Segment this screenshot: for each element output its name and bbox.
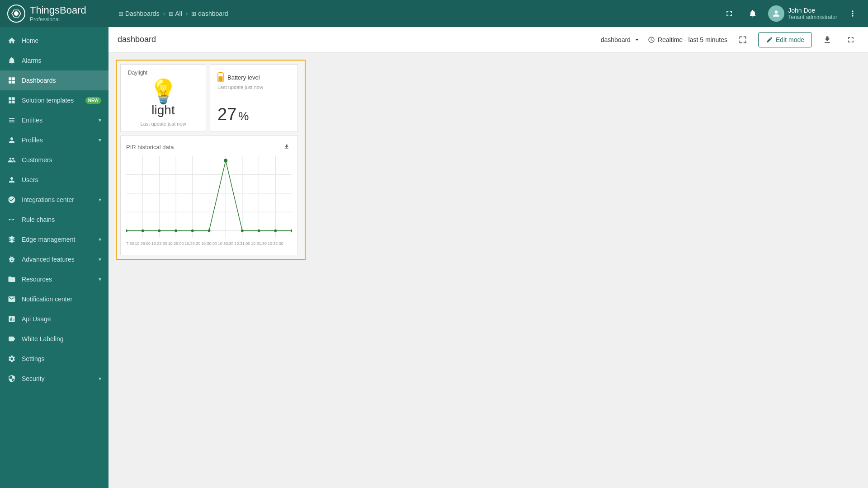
sidebar: Home Alarms Dashboards Solution template… (0, 27, 108, 488)
user-details: John Doe Tenant administrator (788, 7, 837, 20)
content-area: dashboard dashboard Realtime - last 5 mi… (108, 27, 868, 488)
breadcrumb-sep-1: › (163, 10, 165, 17)
daylight-last-update: Last update just now (141, 121, 186, 127)
sidebar-item-api-usage[interactable]: Api Usage (0, 309, 108, 329)
svg-text:10:32:00: 10:32:00 (268, 241, 283, 245)
dashboard-selector-label: dashboard (601, 36, 631, 43)
rule-chains-icon (7, 215, 16, 224)
secondary-header: dashboard dashboard Realtime - last 5 mi… (108, 27, 868, 52)
pir-header: PIR historical data (126, 141, 292, 152)
sidebar-label-entities: Entities (22, 117, 93, 124)
widget-battery: Battery level Last update just now 27 % (210, 64, 298, 132)
security-icon (7, 374, 16, 383)
white-labeling-icon (7, 334, 16, 343)
sidebar-item-entities[interactable]: Entities ▾ (0, 110, 108, 130)
sidebar-label-security: Security (22, 375, 93, 382)
top-header: ThingsBoard Professional ⊞ Dashboards › … (0, 0, 868, 27)
customers-icon (7, 155, 16, 164)
sidebar-item-customers[interactable]: Customers (0, 150, 108, 170)
sidebar-label-edge-management: Edge management (22, 236, 93, 243)
users-icon (7, 175, 16, 184)
sidebar-label-advanced-features: Advanced features (22, 256, 93, 263)
sidebar-item-advanced-features[interactable]: Advanced features ▾ (0, 249, 108, 269)
sidebar-item-settings[interactable]: Settings (0, 349, 108, 369)
logo-title: ThingsBoard (30, 5, 86, 16)
sidebar-label-resources: Resources (22, 276, 93, 283)
widget-daylight: Daylight 💡 light Last update just now (120, 64, 206, 132)
sidebar-label-dashboards: Dashboards (22, 77, 101, 84)
svg-point-21 (175, 229, 177, 232)
daylight-label: Daylight (128, 70, 147, 76)
sidebar-item-dashboards[interactable]: Dashboards (0, 70, 108, 90)
sidebar-item-users[interactable]: Users (0, 170, 108, 190)
pir-chart: 10:27:30 10:28:00 10:28:30 10:29:00 10:2… (126, 156, 292, 249)
user-role: Tenant administrator (788, 14, 837, 20)
sidebar-item-white-labeling[interactable]: White Labeling (0, 329, 108, 349)
pir-export-button[interactable] (281, 141, 292, 152)
header-right: John Doe Tenant administrator (721, 5, 861, 22)
main-layout: Home Alarms Dashboards Solution template… (0, 27, 868, 488)
sidebar-item-profiles[interactable]: Profiles ▾ (0, 130, 108, 150)
sidebar-label-settings: Settings (22, 355, 101, 362)
svg-point-28 (291, 229, 292, 232)
time-label: Realtime - last 5 minutes (658, 36, 727, 43)
sidebar-item-rule-chains[interactable]: Rule chains (0, 210, 108, 230)
logo-area: ThingsBoard Professional (7, 5, 111, 23)
sidebar-item-edge-management[interactable]: Edge management ▾ (0, 230, 108, 249)
fullscreen-button[interactable] (721, 5, 737, 22)
svg-text:10:31:00: 10:31:00 (235, 241, 250, 245)
battery-level-icon (217, 72, 224, 83)
sidebar-item-alarms[interactable]: Alarms (0, 51, 108, 70)
sidebar-label-integrations: Integrations center (22, 196, 93, 203)
api-usage-icon (7, 314, 16, 324)
breadcrumb-current: ⊞ dashboard (191, 10, 228, 17)
notifications-button[interactable] (745, 5, 761, 22)
sidebar-label-solution-templates: Solution templates (22, 97, 80, 104)
sidebar-label-rule-chains: Rule chains (22, 216, 101, 223)
battery-header: Battery level (217, 72, 290, 83)
breadcrumb-sep-2: › (186, 10, 188, 17)
user-info[interactable]: John Doe Tenant administrator (768, 5, 837, 22)
sidebar-label-users: Users (22, 176, 101, 183)
sidebar-item-home[interactable]: Home (0, 31, 108, 51)
sidebar-item-solution-templates[interactable]: Solution templates NEW (0, 90, 108, 110)
svg-text:10:29:00: 10:29:00 (168, 241, 184, 245)
edit-mode-button[interactable]: Edit mode (758, 32, 812, 47)
battery-value-display: 27 % (217, 105, 290, 124)
svg-point-23 (208, 229, 211, 232)
expand-button[interactable] (843, 32, 859, 48)
dashboard-selector-button[interactable]: dashboard (601, 36, 641, 43)
edge-management-arrow: ▾ (99, 236, 101, 243)
sidebar-label-api-usage: Api Usage (22, 315, 101, 323)
more-options-button[interactable] (844, 5, 861, 22)
breadcrumb-all[interactable]: ⊞ All (169, 10, 182, 17)
dashboard-area: Daylight 💡 light Last update just now (108, 52, 868, 488)
svg-point-1 (14, 11, 19, 16)
widget-row-top: Daylight 💡 light Last update just now (120, 64, 301, 132)
user-avatar (768, 5, 784, 22)
sidebar-label-notification-center: Notification center (22, 296, 101, 303)
sidebar-label-profiles: Profiles (22, 136, 93, 144)
sidebar-label-home: Home (22, 37, 101, 44)
advanced-features-icon (7, 255, 16, 264)
sidebar-item-security[interactable]: Security ▾ (0, 369, 108, 389)
download-button[interactable] (819, 32, 835, 48)
sidebar-label-alarms: Alarms (22, 57, 101, 64)
pir-title: PIR historical data (126, 144, 174, 150)
sidebar-item-resources[interactable]: Resources ▾ (0, 269, 108, 289)
svg-rect-4 (219, 76, 223, 81)
time-selector[interactable]: Realtime - last 5 minutes (648, 36, 727, 43)
sidebar-item-integrations[interactable]: Integrations center ▾ (0, 190, 108, 210)
profiles-arrow: ▾ (99, 137, 101, 143)
fit-screen-button[interactable] (735, 32, 751, 48)
svg-text:10:31:30: 10:31:30 (251, 241, 267, 245)
breadcrumb-dashboards[interactable]: ⊞ Dashboards (118, 10, 159, 17)
sidebar-item-notification-center[interactable]: Notification center (0, 289, 108, 309)
svg-point-27 (274, 229, 277, 232)
resources-icon (7, 275, 16, 284)
daylight-bulb-icon: 💡 (149, 80, 178, 103)
settings-icon (7, 354, 16, 363)
svg-text:10:28:30: 10:28:30 (151, 241, 167, 245)
logo-subtitle: Professional (30, 16, 86, 23)
svg-point-20 (158, 229, 160, 232)
